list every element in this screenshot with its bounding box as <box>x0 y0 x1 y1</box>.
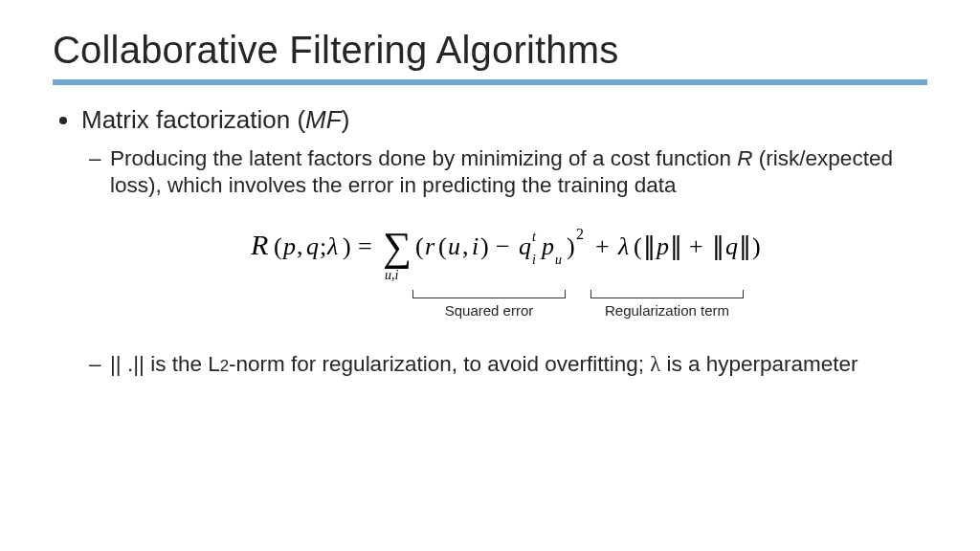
svg-text:q: q <box>519 232 531 260</box>
svg-text:u,i: u,i <box>385 268 399 282</box>
sub-bullet-1: Producing the latent factors done by min… <box>110 145 927 338</box>
svg-text:R: R <box>251 229 268 260</box>
svg-text:‖: ‖ <box>670 232 682 260</box>
sub2-mid: -norm for regularization, to avoid overf… <box>229 352 650 376</box>
svg-text:i: i <box>472 232 479 260</box>
svg-text:−: − <box>496 232 510 260</box>
svg-text:,: , <box>462 232 469 260</box>
svg-text:‖: ‖ <box>739 232 751 260</box>
bracket-line-1 <box>412 290 566 298</box>
bullet-mf: Matrix factorization (MF) Producing the … <box>81 104 927 378</box>
svg-text:+: + <box>595 232 610 260</box>
mf-text-post: ) <box>342 105 350 134</box>
equation-block: R ( p , q ; λ ) = ∑ <box>110 216 927 338</box>
svg-text:(: ( <box>415 232 424 260</box>
svg-text:): ) <box>480 232 489 260</box>
svg-text:): ) <box>567 232 575 260</box>
svg-text:2: 2 <box>576 226 584 242</box>
svg-text:p: p <box>281 232 296 260</box>
sub1-ital: R <box>737 146 752 170</box>
svg-text:=: = <box>358 232 372 260</box>
svg-text:p: p <box>655 232 669 260</box>
svg-text:): ) <box>343 232 351 260</box>
equation-svg: R ( p , q ; λ ) = ∑ <box>251 216 787 292</box>
bullet-list: Matrix factorization (MF) Producing the … <box>53 104 927 378</box>
svg-text:∑: ∑ <box>383 225 412 269</box>
sub2-two: 2 <box>220 357 229 375</box>
svg-text:,: , <box>297 232 303 260</box>
title-rule <box>53 79 927 85</box>
svg-text:‖: ‖ <box>712 232 724 260</box>
svg-text:(: ( <box>634 232 642 260</box>
svg-text:λ: λ <box>326 232 338 260</box>
slide-title: Collaborative Filtering Algorithms <box>53 29 927 72</box>
sub2-lambda: λ <box>650 352 660 376</box>
svg-text:(: ( <box>438 232 447 260</box>
sub-bullet-2: || .|| is the L2-norm for regularization… <box>110 351 927 378</box>
sub2-post: is a hyperparameter <box>660 352 858 376</box>
svg-text:q: q <box>725 232 738 260</box>
sub2-pre: || .|| is the L <box>110 352 220 376</box>
mf-text-ital: MF <box>305 105 342 134</box>
bracket-line-2 <box>590 290 744 298</box>
label-reg-term: Regularization term <box>590 302 744 320</box>
svg-text:): ) <box>752 232 761 260</box>
bracket-reg-term: Regularization term <box>590 290 744 320</box>
svg-text:λ: λ <box>617 232 629 260</box>
svg-text:i: i <box>532 253 536 267</box>
svg-text:(: ( <box>274 232 282 260</box>
svg-text:t: t <box>532 230 537 244</box>
sub1-pre: Producing the latent factors done by min… <box>110 146 737 170</box>
sub-list: Producing the latent factors done by min… <box>81 145 927 379</box>
svg-text:‖: ‖ <box>643 232 656 260</box>
bracket-squared-error: Squared error <box>412 290 566 320</box>
annotation-row: Squared error Regularization term <box>110 290 927 338</box>
mf-text-pre: Matrix factorization ( <box>81 105 305 134</box>
svg-text:p: p <box>540 232 554 260</box>
svg-text:r: r <box>425 232 435 260</box>
svg-text:q: q <box>306 232 319 260</box>
slide: Collaborative Filtering Algorithms Matri… <box>0 0 980 551</box>
svg-text:u: u <box>555 253 562 267</box>
svg-text:u: u <box>448 232 460 260</box>
svg-text:;: ; <box>320 232 326 260</box>
label-squared-error: Squared error <box>412 302 566 320</box>
svg-text:+: + <box>689 232 703 260</box>
